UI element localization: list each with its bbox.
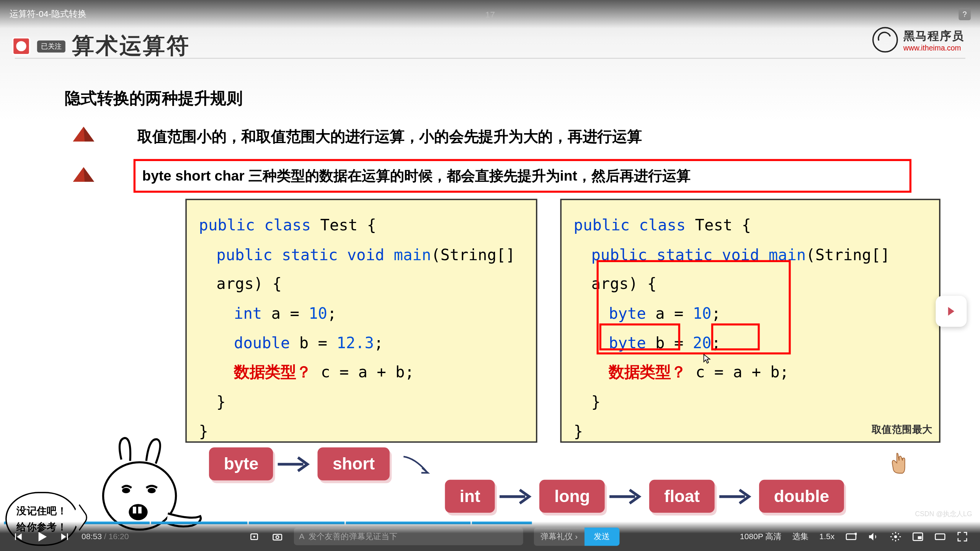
fullscreen-button[interactable] <box>957 531 968 542</box>
danmaku-etiquette-button[interactable]: 弹幕礼仪 › <box>534 527 585 546</box>
type-promotion-flow: byte short int long float double <box>209 447 953 480</box>
play-button[interactable] <box>34 529 49 543</box>
svg-rect-4 <box>133 507 136 514</box>
svg-point-2 <box>148 488 156 493</box>
settings-button[interactable] <box>890 531 902 542</box>
svg-rect-13 <box>918 536 922 539</box>
type-pill: byte <box>209 447 273 480</box>
prev-button[interactable] <box>12 531 24 542</box>
video-top-bar: 运算符-04-隐式转换 17 ? <box>0 0 980 28</box>
range-max-note: 取值范围最大 <box>872 419 932 439</box>
rule-1-text: 取值范围小的，和取值范围大的进行运算，小的会先提升为大的，再进行运算 <box>137 127 642 147</box>
type-pill: long <box>540 480 605 513</box>
quality-button[interactable]: 1080P 高清 <box>740 531 782 542</box>
uploader-avatar[interactable] <box>12 37 31 55</box>
time-display: 08:53 / 16:20 <box>82 531 129 541</box>
type-pill: double <box>759 480 844 513</box>
next-button[interactable] <box>59 531 71 542</box>
code-example-left: public class Test { public static void m… <box>185 199 537 442</box>
video-title: 运算符-04-隐式转换 <box>10 8 87 20</box>
svg-point-1 <box>122 488 130 493</box>
pointing-hand-icon <box>887 452 910 474</box>
brand-logo: 黑马程序员 www.itheima.com <box>872 27 964 52</box>
svg-rect-14 <box>935 533 945 539</box>
type-pill: int <box>445 480 495 513</box>
snapshot-icon[interactable] <box>271 531 283 542</box>
slide-subtitle: 隐式转换的两种提升规则 <box>65 88 243 109</box>
svg-point-11 <box>894 535 897 538</box>
bullet-icon <box>73 127 94 142</box>
help-button[interactable]: ? <box>959 8 971 20</box>
next-video-button[interactable] <box>936 296 967 327</box>
follow-badge[interactable]: 已关注 <box>37 40 65 52</box>
volume-button[interactable] <box>867 531 879 542</box>
watermark-text: CSDN @执念人LG <box>915 509 972 519</box>
type-pill: short <box>318 447 390 480</box>
bullet-icon <box>73 167 94 182</box>
slide-content: 已关注 算术运算符 黑马程序员 www.itheima.com 隐式转换的两种提… <box>0 0 980 551</box>
danmaku-input[interactable]: A发个友善的弹幕见证当下 <box>294 528 523 545</box>
record-icon[interactable] <box>249 531 261 542</box>
code-example-right: public class Test { public static void m… <box>560 199 940 442</box>
part-number: 17 <box>485 9 495 19</box>
slide-title: 算术运算符 <box>72 31 190 61</box>
widescreen-button[interactable] <box>934 531 946 542</box>
svg-point-9 <box>276 535 278 538</box>
subtitle-button[interactable] <box>845 531 857 542</box>
speed-button[interactable]: 1.5x <box>819 531 835 541</box>
svg-rect-5 <box>138 507 142 514</box>
type-pill: float <box>649 480 714 513</box>
player-controls: 08:53 / 16:20 A发个友善的弹幕见证当下 弹幕礼仪 › 发送 108… <box>0 522 980 551</box>
svg-point-7 <box>253 535 255 537</box>
pip-button[interactable] <box>912 531 924 542</box>
cursor-icon <box>703 354 711 365</box>
svg-rect-8 <box>273 534 281 540</box>
svg-rect-10 <box>846 533 856 539</box>
rule-2-highlight-box: byte short char 三种类型的数据在运算的时候，都会直接先提升为in… <box>134 159 911 193</box>
episodes-button[interactable]: 选集 <box>792 531 808 542</box>
danmaku-send-button[interactable]: 发送 <box>585 527 620 546</box>
